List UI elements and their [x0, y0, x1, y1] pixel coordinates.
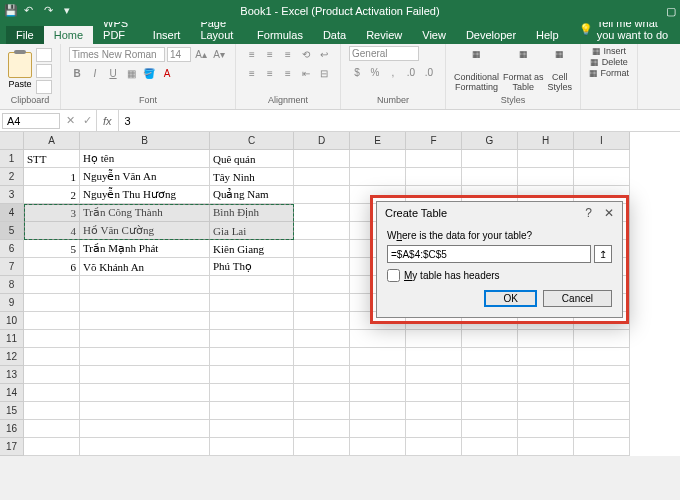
headers-checkbox[interactable]	[387, 269, 400, 282]
cell[interactable]	[350, 330, 406, 348]
cell[interactable]	[406, 366, 462, 384]
redo-icon[interactable]: ↷	[44, 4, 58, 18]
cell[interactable]	[462, 384, 518, 402]
tab-developer[interactable]: Developer	[456, 26, 526, 44]
tab-review[interactable]: Review	[356, 26, 412, 44]
cell[interactable]	[24, 366, 80, 384]
cell[interactable]: STT	[24, 150, 80, 168]
cell[interactable]	[294, 402, 350, 420]
cell[interactable]	[80, 312, 210, 330]
cell[interactable]	[24, 312, 80, 330]
cell[interactable]: Nguyễn Thu Hương	[80, 186, 210, 204]
cell[interactable]	[462, 168, 518, 186]
cell[interactable]	[406, 348, 462, 366]
column-header[interactable]: F	[406, 132, 462, 150]
cell[interactable]	[406, 384, 462, 402]
orientation-button[interactable]: ⟲	[298, 46, 314, 62]
collapse-dialog-icon[interactable]: ↥	[594, 245, 612, 263]
cell[interactable]	[350, 384, 406, 402]
underline-button[interactable]: U	[105, 65, 121, 81]
tab-home[interactable]: Home	[44, 26, 93, 44]
cell[interactable]	[350, 402, 406, 420]
cell[interactable]	[462, 438, 518, 456]
qat-dropdown-icon[interactable]: ▾	[64, 4, 78, 18]
cell[interactable]	[294, 366, 350, 384]
column-header[interactable]: B	[80, 132, 210, 150]
cell[interactable]	[518, 438, 574, 456]
cell[interactable]	[462, 420, 518, 438]
cell[interactable]	[574, 366, 630, 384]
cell[interactable]	[518, 384, 574, 402]
column-header[interactable]: H	[518, 132, 574, 150]
cell[interactable]	[462, 330, 518, 348]
cell[interactable]	[24, 348, 80, 366]
cell[interactable]	[80, 420, 210, 438]
ribbon-options-icon[interactable]: ▢	[666, 5, 676, 18]
cell[interactable]	[350, 348, 406, 366]
align-middle-button[interactable]: ≡	[262, 46, 278, 62]
cell[interactable]	[518, 348, 574, 366]
cell[interactable]	[24, 330, 80, 348]
merge-button[interactable]: ⊟	[316, 65, 332, 81]
cell[interactable]	[574, 438, 630, 456]
cell[interactable]	[24, 438, 80, 456]
cell[interactable]: 1	[24, 168, 80, 186]
cell[interactable]	[518, 150, 574, 168]
cell[interactable]	[294, 186, 350, 204]
cell[interactable]	[574, 402, 630, 420]
cell[interactable]	[294, 258, 350, 276]
cell[interactable]	[518, 402, 574, 420]
cell[interactable]	[294, 348, 350, 366]
close-icon[interactable]: ✕	[604, 206, 614, 220]
conditional-formatting-button[interactable]: ▦Conditional Formatting	[454, 49, 499, 92]
cell[interactable]	[350, 168, 406, 186]
tab-file[interactable]: File	[6, 26, 44, 44]
format-cells-button[interactable]: ▦ Format	[589, 68, 629, 78]
cell[interactable]	[294, 420, 350, 438]
cell[interactable]	[574, 384, 630, 402]
cell[interactable]: Gia Lai	[210, 222, 294, 240]
tab-view[interactable]: View	[412, 26, 456, 44]
row-header[interactable]: 13	[0, 366, 24, 384]
row-header[interactable]: 15	[0, 402, 24, 420]
cut-button[interactable]	[36, 48, 52, 62]
cell[interactable]	[406, 330, 462, 348]
copy-button[interactable]	[36, 64, 52, 78]
cell[interactable]	[294, 150, 350, 168]
cancel-button[interactable]: Cancel	[543, 290, 612, 307]
cell[interactable]: Hồ Văn Cường	[80, 222, 210, 240]
row-header[interactable]: 6	[0, 240, 24, 258]
cell[interactable]	[80, 348, 210, 366]
align-right-button[interactable]: ≡	[280, 65, 296, 81]
row-header[interactable]: 8	[0, 276, 24, 294]
tab-insert[interactable]: Insert	[143, 26, 191, 44]
paste-button[interactable]: Paste	[8, 52, 32, 89]
format-as-table-button[interactable]: ▦Format as Table	[503, 49, 544, 92]
row-header[interactable]: 11	[0, 330, 24, 348]
cell[interactable]	[574, 420, 630, 438]
cell[interactable]	[518, 366, 574, 384]
cell[interactable]	[462, 366, 518, 384]
select-all-corner[interactable]	[0, 132, 24, 150]
column-header[interactable]: C	[210, 132, 294, 150]
row-header[interactable]: 10	[0, 312, 24, 330]
cancel-icon[interactable]: ✕	[62, 114, 79, 127]
row-header[interactable]: 3	[0, 186, 24, 204]
row-header[interactable]: 2	[0, 168, 24, 186]
cell[interactable]: Tây Ninh	[210, 168, 294, 186]
cell[interactable]	[210, 366, 294, 384]
decrease-indent-button[interactable]: ⇤	[298, 65, 314, 81]
cell[interactable]	[80, 366, 210, 384]
cell[interactable]	[462, 150, 518, 168]
cell[interactable]	[24, 402, 80, 420]
cell[interactable]	[24, 294, 80, 312]
font-color-button[interactable]: A	[159, 65, 175, 81]
name-box[interactable]	[2, 113, 60, 129]
column-header[interactable]: A	[24, 132, 80, 150]
cell[interactable]	[406, 438, 462, 456]
cell[interactable]: Quảng Nam	[210, 186, 294, 204]
cell[interactable]	[80, 402, 210, 420]
italic-button[interactable]: I	[87, 65, 103, 81]
increase-font-button[interactable]: A▴	[193, 46, 209, 62]
fill-color-button[interactable]: 🪣	[141, 65, 157, 81]
